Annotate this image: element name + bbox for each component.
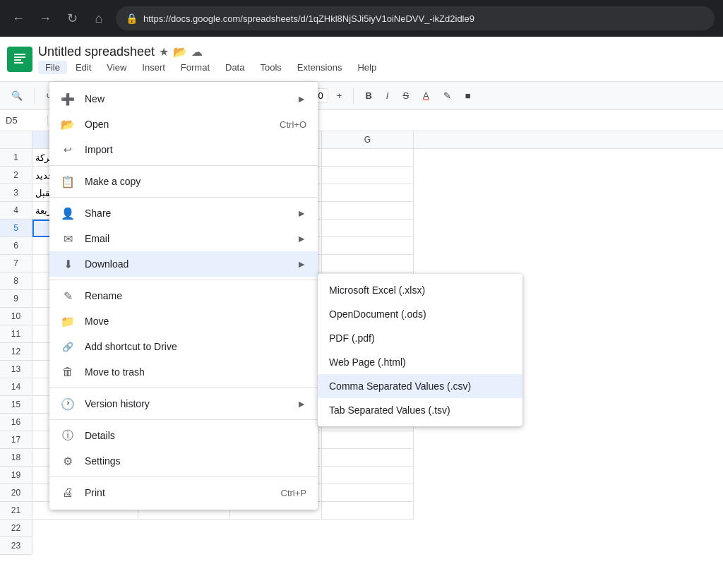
row-header-1[interactable]: 1: [0, 149, 32, 167]
print-shortcut: Ctrl+P: [281, 488, 306, 498]
row-header-21[interactable]: 21: [0, 502, 32, 520]
download-html[interactable]: Web Page (.html): [318, 350, 522, 374]
download-ods[interactable]: OpenDocument (.ods): [318, 302, 522, 326]
row-header-7[interactable]: 7: [0, 255, 32, 272]
highlight-button[interactable]: ✎: [438, 88, 457, 104]
row-header-2[interactable]: 2: [0, 167, 32, 184]
cell-G5[interactable]: [322, 220, 414, 237]
menu-item-extensions[interactable]: Extensions: [290, 61, 349, 74]
cell-G3[interactable]: [322, 184, 414, 202]
menu-item-tools[interactable]: Tools: [253, 61, 288, 74]
file-menu-divider-3: [49, 280, 318, 280]
bold-button[interactable]: B: [359, 88, 377, 104]
file-menu-divider-2: [49, 197, 318, 198]
reload-button[interactable]: ↻: [62, 8, 82, 28]
file-menu-divider-5: [49, 419, 318, 420]
menu-item-file[interactable]: File: [38, 61, 67, 74]
row-header-12[interactable]: 12: [0, 343, 32, 361]
file-menu-rename[interactable]: ✎ Rename: [49, 283, 318, 308]
settings-icon: ⚙: [61, 454, 75, 468]
details-icon: ⓘ: [61, 428, 75, 443]
cell-G4[interactable]: [322, 202, 414, 220]
file-menu-details[interactable]: ⓘ Details: [49, 423, 318, 448]
file-menu-new-label: New: [85, 93, 287, 104]
file-menu-share[interactable]: 👤 Share ►: [49, 200, 318, 226]
menu-item-data[interactable]: Data: [218, 61, 251, 74]
row-header-3[interactable]: 3: [0, 184, 32, 202]
row-header-18[interactable]: 18: [0, 449, 32, 467]
svg-rect-3: [14, 59, 21, 61]
text-color-button[interactable]: A: [417, 88, 435, 104]
file-menu-divider-4: [49, 388, 318, 388]
file-menu-download[interactable]: ⬇ Download ►: [49, 251, 318, 277]
menu-item-edit[interactable]: Edit: [68, 61, 98, 74]
new-arrow-icon: ►: [297, 93, 306, 104]
forward-button[interactable]: →: [35, 8, 55, 28]
search-button[interactable]: 🔍: [6, 88, 28, 104]
download-submenu: Microsoft Excel (.xlsx) OpenDocument (.o…: [318, 274, 522, 426]
row-header-20[interactable]: 20: [0, 484, 32, 502]
file-menu-open-label: Open: [85, 119, 270, 130]
row-header-9[interactable]: 9: [0, 290, 32, 308]
file-menu-shortcut[interactable]: 🔗 Add shortcut to Drive: [49, 334, 318, 359]
download-xlsx[interactable]: Microsoft Excel (.xlsx): [318, 278, 522, 302]
italic-button[interactable]: I: [381, 88, 395, 104]
row-header-5[interactable]: 5: [0, 220, 32, 237]
col-header-G[interactable]: G: [322, 131, 414, 149]
download-pdf[interactable]: PDF (.pdf): [318, 326, 522, 350]
row-header-16[interactable]: 16: [0, 414, 32, 431]
cloud-icon[interactable]: ☁: [191, 45, 203, 59]
back-button[interactable]: ←: [8, 8, 28, 28]
file-menu-open[interactable]: 📂 Open Ctrl+O: [49, 112, 318, 137]
menu-item-view[interactable]: View: [100, 61, 133, 74]
file-menu-make-copy[interactable]: 📋 Make a copy: [49, 169, 318, 194]
share-icon: 👤: [61, 206, 75, 220]
strikethrough-button[interactable]: S: [397, 88, 414, 104]
file-menu-copy-label: Make a copy: [85, 176, 306, 187]
row-header-14[interactable]: 14: [0, 378, 32, 396]
row-header-17[interactable]: 17: [0, 431, 32, 449]
download-xlsx-label: Microsoft Excel (.xlsx): [329, 284, 425, 296]
file-menu-version-history[interactable]: 🕐 Version history ►: [49, 391, 318, 416]
file-menu: ➕ New ► 📂 Open Ctrl+O ↩ Import 📋 Make a …: [49, 82, 318, 510]
history-icon: 🕐: [61, 397, 75, 411]
address-bar[interactable]: 🔒 https://docs.google.com/spreadsheets/d…: [116, 6, 715, 30]
file-menu-new[interactable]: ➕ New ►: [49, 86, 318, 112]
file-menu-settings[interactable]: ⚙ Settings: [49, 448, 318, 474]
row-header-13[interactable]: 13: [0, 361, 32, 378]
cell-G2[interactable]: [322, 167, 414, 184]
row-header-10[interactable]: 10: [0, 308, 32, 325]
menu-item-insert[interactable]: Insert: [135, 61, 172, 74]
row-header-19[interactable]: 19: [0, 467, 32, 484]
file-menu-details-label: Details: [85, 430, 306, 441]
home-button[interactable]: ⌂: [89, 8, 109, 28]
file-menu-divider-1: [49, 165, 318, 166]
cell-G7[interactable]: [322, 255, 414, 272]
open-shortcut: Ctrl+O: [280, 119, 306, 130]
file-menu-email[interactable]: ✉ Email ►: [49, 226, 318, 251]
row-header-8[interactable]: 8: [0, 272, 32, 290]
row-header-15[interactable]: 15: [0, 396, 32, 414]
file-menu-trash[interactable]: 🗑 Move to trash: [49, 359, 318, 385]
row-header-23[interactable]: 23: [0, 537, 32, 555]
row-header-6[interactable]: 6: [0, 237, 32, 255]
doc-title-icons: ★ 📂 ☁: [159, 45, 203, 59]
star-icon[interactable]: ★: [159, 45, 169, 59]
row-header-11[interactable]: 11: [0, 325, 32, 343]
font-increase-button[interactable]: +: [331, 88, 348, 104]
menu-item-format[interactable]: Format: [174, 61, 217, 74]
cell-G1[interactable]: [322, 149, 414, 167]
row-header-4[interactable]: 4: [0, 202, 32, 220]
file-menu-import[interactable]: ↩ Import: [49, 137, 318, 162]
file-menu-move[interactable]: 📁 Move: [49, 308, 318, 334]
borders-button[interactable]: ■: [460, 88, 477, 104]
download-csv[interactable]: Comma Separated Values (.csv): [318, 374, 522, 398]
download-tsv[interactable]: Tab Separated Values (.tsv): [318, 398, 522, 422]
menu-item-help[interactable]: Help: [350, 61, 383, 74]
row-header-22[interactable]: 22: [0, 520, 32, 537]
file-menu-print[interactable]: 🖨 Print Ctrl+P: [49, 480, 318, 505]
import-icon: ↩: [61, 143, 75, 157]
email-icon: ✉: [61, 232, 75, 246]
cell-G6[interactable]: [322, 237, 414, 255]
folder-icon[interactable]: 📂: [173, 45, 187, 59]
